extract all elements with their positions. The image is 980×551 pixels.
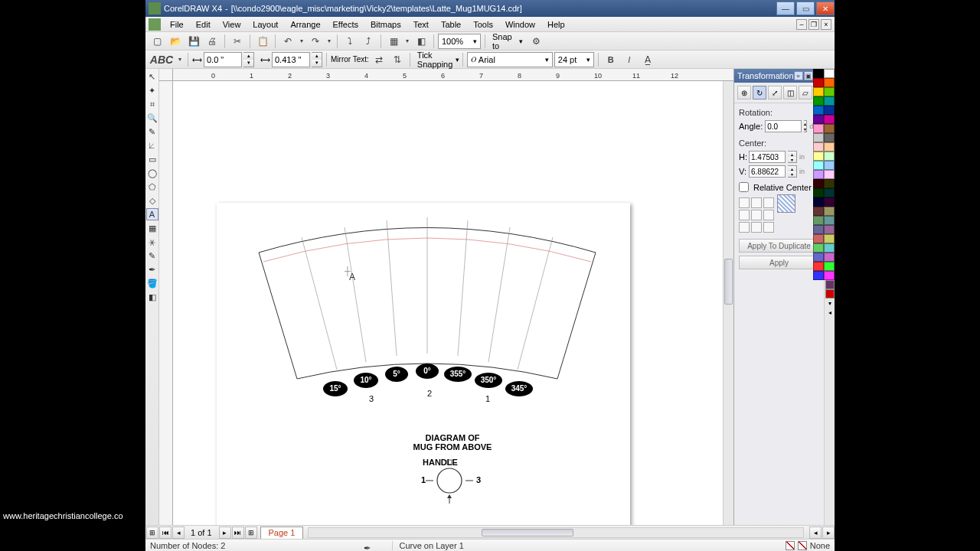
menu-bitmaps[interactable]: Bitmaps xyxy=(364,20,407,29)
x-offset-input[interactable]: 0.0 " xyxy=(204,52,242,67)
rotate-tab-icon[interactable]: ↻ xyxy=(753,86,766,99)
ellipse-tool-icon[interactable]: ◯ xyxy=(146,167,158,179)
vertical-scrollbar[interactable] xyxy=(723,81,733,525)
redo-icon[interactable]: ↷ xyxy=(307,34,324,49)
ext-swatch[interactable] xyxy=(813,243,824,253)
x-offset-spin[interactable]: ▴▾ xyxy=(243,52,254,67)
menu-window[interactable]: Window xyxy=(499,20,541,29)
ext-swatch[interactable] xyxy=(813,253,824,262)
shape-tool-icon[interactable]: ✦ xyxy=(146,84,158,96)
ext-swatch[interactable] xyxy=(824,216,835,225)
ext-swatch[interactable] xyxy=(824,207,835,216)
ext-swatch[interactable] xyxy=(824,161,835,170)
minimize-button[interactable]: — xyxy=(776,2,795,15)
first-page-icon[interactable]: ⏮ xyxy=(159,527,172,539)
freehand-tool-icon[interactable]: ✎ xyxy=(146,126,158,138)
new-icon[interactable]: ▢ xyxy=(149,34,165,49)
ext-swatch[interactable] xyxy=(824,188,835,197)
apply-duplicate-button[interactable]: Apply To Duplicate xyxy=(739,239,819,253)
ext-swatch[interactable] xyxy=(824,179,835,188)
outline-tool-icon[interactable]: ✒ xyxy=(146,263,158,276)
ext-swatch[interactable] xyxy=(824,115,835,124)
export-icon[interactable]: ⤴ xyxy=(360,34,377,49)
open-icon[interactable]: 📂 xyxy=(167,34,184,49)
ext-swatch[interactable] xyxy=(824,78,835,87)
ext-swatch[interactable] xyxy=(824,197,835,207)
font-combo[interactable]: 𝑂Arial▾ xyxy=(467,52,553,67)
ext-swatch[interactable] xyxy=(813,161,824,170)
menu-edit[interactable]: Edit xyxy=(190,20,217,29)
prev-page-icon[interactable]: ◂ xyxy=(172,527,185,539)
last-page-icon[interactable]: ⏭ xyxy=(232,527,244,539)
preset-drop[interactable]: ▾ xyxy=(176,52,184,67)
docker-collapse-icon[interactable]: ▣ xyxy=(804,71,813,80)
apply-button[interactable]: Apply xyxy=(739,256,819,269)
options-icon[interactable]: ⚙ xyxy=(528,34,544,49)
ext-swatch[interactable] xyxy=(824,253,835,262)
bold-icon[interactable]: B xyxy=(603,52,619,67)
ext-swatch[interactable] xyxy=(824,142,835,152)
interactive-fill-icon[interactable]: ◧ xyxy=(146,291,158,303)
ext-swatch[interactable] xyxy=(824,170,835,179)
ext-swatch[interactable] xyxy=(813,262,824,271)
eyedropper-tool-icon[interactable]: ✎ xyxy=(146,249,158,262)
ext-swatch[interactable] xyxy=(824,234,835,243)
pick-tool-icon[interactable]: ↖ xyxy=(146,70,158,83)
basic-shapes-icon[interactable]: ◇ xyxy=(146,194,158,207)
text-on-path-icon[interactable]: ABC xyxy=(149,52,175,67)
menu-help[interactable]: Help xyxy=(541,20,571,29)
size-tab-icon[interactable]: ◫ xyxy=(783,86,797,99)
polygon-tool-icon[interactable]: ⬠ xyxy=(146,181,158,193)
interactive-tool-icon[interactable]: ⚹ xyxy=(146,236,158,248)
docker-title[interactable]: Transformation » ▣ × xyxy=(734,69,824,83)
crop-tool-icon[interactable]: ⌗ xyxy=(146,98,158,110)
ext-swatch[interactable] xyxy=(813,115,824,124)
launch-icon[interactable]: ▦ xyxy=(385,34,402,49)
ext-swatch[interactable] xyxy=(824,225,835,234)
vertical-ruler[interactable] xyxy=(159,81,173,525)
ext-swatch[interactable] xyxy=(824,152,835,161)
font-size-combo[interactable]: 24 pt▾ xyxy=(554,52,594,67)
ext-swatch[interactable] xyxy=(824,243,835,253)
page-tab[interactable]: Page 1 xyxy=(260,527,304,539)
import-icon[interactable]: ⤵ xyxy=(341,34,358,49)
horizontal-scrollbar[interactable] xyxy=(308,527,804,538)
ext-swatch[interactable] xyxy=(813,188,824,197)
fill-swatch-none2[interactable] xyxy=(798,541,807,550)
ruler-origin[interactable] xyxy=(159,69,173,81)
menu-file[interactable]: File xyxy=(164,20,190,29)
undo-drop-icon[interactable]: ▾ xyxy=(298,34,305,49)
menu-tools[interactable]: Tools xyxy=(467,20,499,29)
position-tab-icon[interactable]: ⊕ xyxy=(737,86,751,99)
menu-table[interactable]: Table xyxy=(435,20,467,29)
ext-swatch[interactable] xyxy=(813,179,824,188)
center-v-spin[interactable]: ▴▾ xyxy=(788,165,797,178)
cut-icon[interactable]: ✂ xyxy=(229,34,246,49)
zoom-tool-icon[interactable]: 🔍 xyxy=(146,112,158,124)
ext-swatch[interactable] xyxy=(813,142,824,152)
y-offset-spin[interactable]: ▴▾ xyxy=(312,52,322,67)
ext-swatch[interactable] xyxy=(824,87,835,96)
ext-swatch[interactable] xyxy=(813,170,824,179)
scale-tab-icon[interactable]: ⤢ xyxy=(768,86,782,99)
anchor-grid[interactable] xyxy=(739,197,774,233)
add-page-after-icon[interactable]: ⊞ xyxy=(245,527,257,539)
ext-swatch[interactable] xyxy=(824,271,835,280)
horizontal-ruler[interactable]: 0 1 2 3 4 5 6 7 8 9 10 11 12 xyxy=(173,69,824,81)
menu-arrange[interactable]: Arrange xyxy=(284,20,326,29)
text-tool-icon[interactable]: A xyxy=(146,208,158,220)
skew-tab-icon[interactable]: ▱ xyxy=(799,86,812,99)
mirror-v-icon[interactable]: ⇅ xyxy=(389,52,406,67)
hscroll-thumb[interactable] xyxy=(482,529,573,536)
relative-center-checkbox[interactable] xyxy=(739,182,749,192)
docker-menu-icon[interactable]: » xyxy=(794,71,803,80)
ext-swatch[interactable] xyxy=(824,133,835,142)
ext-swatch[interactable] xyxy=(824,106,835,115)
smart-tool-icon[interactable]: ⟀ xyxy=(146,139,158,152)
ext-swatch[interactable] xyxy=(813,234,824,243)
angle-spin[interactable]: ▴▾ xyxy=(804,120,807,132)
menu-layout[interactable]: Layout xyxy=(247,20,284,29)
maximize-button[interactable]: ▭ xyxy=(796,2,815,15)
save-icon[interactable]: 💾 xyxy=(185,34,202,49)
menu-effects[interactable]: Effects xyxy=(327,20,364,29)
